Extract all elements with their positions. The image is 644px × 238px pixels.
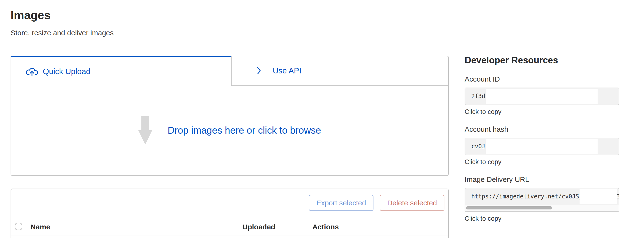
- export-selected-button[interactable]: Export selected: [309, 195, 374, 211]
- image-delivery-url-label: Image Delivery URL: [464, 175, 619, 184]
- account-hash-label: Account hash: [464, 125, 619, 133]
- account-id-section: Account ID 2f3d Click to copy: [464, 75, 619, 116]
- redaction-overlay: [580, 189, 617, 204]
- column-header-uploaded: Uploaded: [242, 223, 275, 231]
- select-all-checkbox[interactable]: [15, 223, 22, 230]
- tab-quick-upload[interactable]: Quick Upload: [11, 56, 231, 86]
- horizontal-scrollbar[interactable]: [465, 205, 619, 211]
- redaction-overlay: [486, 139, 598, 154]
- scrollbar-thumb[interactable]: [466, 206, 552, 210]
- images-page: Images Store, resize and deliver images …: [0, 0, 644, 238]
- image-delivery-url-value: https://imagedelivery.net/cv0JSj: [471, 188, 582, 205]
- cloud-upload-icon: [26, 66, 38, 77]
- account-hash-section: Account hash cv0J Click to copy: [464, 125, 619, 166]
- dropzone-label: Drop images here or click to browse: [168, 125, 321, 136]
- account-id-copy-hint: Click to copy: [464, 108, 619, 116]
- upload-tabs: Quick Upload Use API: [11, 56, 448, 86]
- account-id-field[interactable]: 2f3d: [464, 88, 619, 105]
- tab-quick-upload-label: Quick Upload: [43, 67, 90, 76]
- clipped-character: 3: [616, 188, 619, 205]
- account-hash-copy-hint: Click to copy: [464, 158, 619, 166]
- account-hash-field[interactable]: cv0J: [464, 138, 619, 155]
- page-title: Images: [10, 9, 51, 22]
- tab-use-api[interactable]: Use API: [231, 56, 448, 86]
- redaction-overlay: [486, 89, 598, 104]
- tab-use-api-label: Use API: [273, 66, 301, 75]
- arrow-down-icon: [138, 116, 152, 144]
- upload-card: Quick Upload Use API Drop images here or…: [10, 56, 449, 176]
- table-header-row: Name Uploaded Actions: [11, 217, 448, 236]
- image-delivery-url-copy-hint: Click to copy: [464, 215, 619, 222]
- account-id-value: 2f3d: [471, 88, 485, 105]
- dropzone[interactable]: Drop images here or click to browse: [11, 86, 448, 175]
- column-header-actions: Actions: [312, 223, 339, 231]
- developer-resources-panel: Developer Resources Account ID 2f3d Clic…: [464, 55, 619, 222]
- list-toolbar: Export selected Delete selected: [11, 189, 448, 217]
- chevron-right-icon: [257, 67, 261, 74]
- sidebar-title: Developer Resources: [464, 55, 619, 66]
- page-subtitle: Store, resize and deliver images: [10, 29, 114, 37]
- account-hash-value: cv0J: [471, 138, 485, 155]
- image-delivery-url-section: Image Delivery URL https://imagedelivery…: [464, 175, 619, 222]
- image-delivery-url-text-area: https://imagedelivery.net/cv0JSj 3: [465, 188, 619, 205]
- image-delivery-url-field[interactable]: https://imagedelivery.net/cv0JSj 3: [464, 188, 619, 212]
- column-header-name: Name: [30, 223, 50, 231]
- image-list-card: Export selected Delete selected Name Upl…: [10, 189, 449, 238]
- delete-selected-button[interactable]: Delete selected: [380, 195, 444, 211]
- account-id-label: Account ID: [464, 75, 619, 83]
